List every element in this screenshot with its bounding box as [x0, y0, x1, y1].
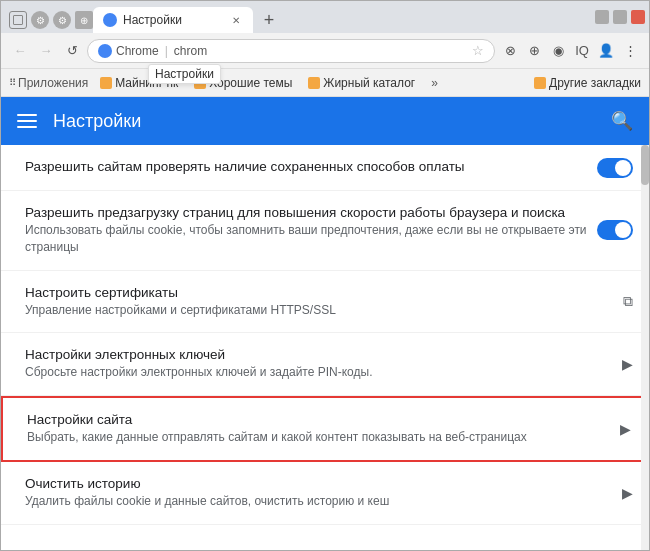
ext-icon: ⊕	[75, 11, 93, 29]
url-actions: ⊗ ⊕ ◉ IQ 👤 ⋮	[499, 40, 641, 62]
other-bookmarks-label: Другие закладки	[549, 76, 641, 90]
settings-item-action-payment	[597, 158, 633, 178]
settings-item-content-site: Настройки сайта Выбрать, какие данные от…	[27, 412, 599, 446]
refresh-button[interactable]: ↺	[61, 40, 83, 62]
history-arrow-icon: ▶	[622, 485, 633, 501]
other-bookmarks[interactable]: Другие закладки	[534, 76, 641, 90]
settings-header: Настройки 🔍	[1, 97, 649, 145]
settings-item-content-history: Очистить историю Удалить файлы cookie и …	[25, 476, 601, 510]
profile-btn[interactable]: 👤	[595, 40, 617, 62]
payment-toggle-knob	[615, 160, 631, 176]
minimize-button[interactable]	[595, 10, 609, 24]
scrollbar-track	[641, 145, 649, 550]
url-tooltip: Настройки	[148, 64, 221, 84]
settings-item-desc-preload: Использовать файлы cookie, чтобы запомни…	[25, 222, 601, 256]
settings-item-content-keys: Настройки электронных ключей Сбросьте на…	[25, 347, 601, 381]
tab-close-button[interactable]: ✕	[229, 13, 243, 27]
settings-item-desc-site: Выбрать, какие данные отправлять сайтам …	[27, 429, 599, 446]
tabs-area: ⚙ ⚙ ⊕ Настройки ✕ +	[1, 1, 591, 33]
settings-item-action-certs: ⧉	[623, 293, 633, 310]
settings-item-content-preload: Разрешить предзагрузку страниц для повыш…	[25, 205, 601, 256]
bookmark-catalog[interactable]: Жирный каталог	[304, 74, 419, 92]
keys-arrow-icon: ▶	[622, 356, 633, 372]
extension1-btn[interactable]: ⊗	[499, 40, 521, 62]
settings-item-title-site: Настройки сайта	[27, 412, 599, 427]
settings-item-title-history: Очистить историю	[25, 476, 601, 491]
settings-item-title-keys: Настройки электронных ключей	[25, 347, 601, 362]
address-bar: ← → ↺ Chrome | chrom Настройки ☆ ⊗ ⊕ ◉ I…	[1, 33, 649, 69]
back-button[interactable]: ←	[9, 40, 31, 62]
settings-item-title-certs: Настроить сертификаты	[25, 285, 601, 300]
settings-item-certs[interactable]: Настроить сертификаты Управление настрой…	[1, 271, 649, 334]
settings-item-desc-history: Удалить файлы cookie и данные сайтов, оч…	[25, 493, 601, 510]
star-icon[interactable]: ☆	[472, 43, 484, 58]
settings-item-title-payment: Разрешить сайтам проверять наличие сохра…	[25, 159, 601, 174]
title-bar: ⚙ ⚙ ⊕ Настройки ✕ +	[1, 1, 649, 33]
active-tab[interactable]: Настройки ✕	[93, 7, 253, 33]
more-bookmarks-button[interactable]: »	[427, 74, 442, 92]
url-favicon	[98, 44, 112, 58]
bookmark-catalog-label: Жирный каталог	[323, 76, 415, 90]
settings-item-keys[interactable]: Настройки электронных ключей Сбросьте на…	[1, 333, 649, 396]
apps-grid-icon: ⠿	[9, 77, 16, 88]
preload-toggle-knob	[615, 222, 631, 238]
maximize-button[interactable]	[613, 10, 627, 24]
gear2-icon: ⚙	[53, 11, 71, 29]
chrome-label: Chrome	[116, 44, 159, 58]
apps-label: Приложения	[18, 76, 88, 90]
preload-toggle[interactable]	[597, 220, 633, 240]
close-button[interactable]	[631, 10, 645, 24]
settings-item-payment[interactable]: Разрешить сайтам проверять наличие сохра…	[1, 145, 649, 191]
menu-btn[interactable]: ⋮	[619, 40, 641, 62]
browser-icon	[9, 11, 27, 29]
new-tab-button[interactable]: +	[255, 7, 283, 33]
settings-item-action-history: ▶	[622, 485, 633, 501]
other-folder-icon	[534, 77, 546, 89]
page-title: Настройки	[53, 111, 595, 132]
settings-item-history[interactable]: Очистить историю Удалить файлы cookie и …	[1, 462, 649, 525]
bookmarks-bar: ⠿ Приложения Майнинг пк Хорошие темы Жир…	[1, 69, 649, 97]
tab-label: Настройки	[123, 13, 182, 27]
settings-content: Разрешить сайтам проверять наличие сохра…	[1, 145, 649, 550]
settings-item-title-preload: Разрешить предзагрузку страниц для повыш…	[25, 205, 601, 220]
payment-toggle[interactable]	[597, 158, 633, 178]
search-button[interactable]: 🔍	[611, 110, 633, 132]
settings-item-action-preload	[597, 220, 633, 240]
settings-item-preload[interactable]: Разрешить предзагрузку страниц для повыш…	[1, 191, 649, 271]
window-controls	[591, 1, 649, 33]
url-separator: |	[165, 44, 168, 58]
settings-item-desc-certs: Управление настройками и сертификатами H…	[25, 302, 601, 319]
bookmark-folder-icon3	[308, 77, 320, 89]
scrollbar-thumb[interactable]	[641, 145, 649, 185]
bookmark-folder-icon	[100, 77, 112, 89]
extension2-btn[interactable]: ⊕	[523, 40, 545, 62]
browser-window: ⚙ ⚙ ⊕ Настройки ✕ + ← → ↺ Chrome | chrom	[0, 0, 650, 551]
url-partial: chrom	[174, 44, 207, 58]
external-link-icon: ⧉	[623, 293, 633, 310]
settings-item-content-certs: Настроить сертификаты Управление настрой…	[25, 285, 601, 319]
apps-icon-group[interactable]: ⠿ Приложения	[9, 76, 88, 90]
gear-icon: ⚙	[31, 11, 49, 29]
url-bar[interactable]: Chrome | chrom Настройки ☆	[87, 39, 495, 63]
extension3-btn[interactable]: ◉	[547, 40, 569, 62]
settings-item-action-keys: ▶	[622, 356, 633, 372]
forward-button[interactable]: →	[35, 40, 57, 62]
settings-item-desc-keys: Сбросьте настройки электронных ключей и …	[25, 364, 601, 381]
settings-item-content-payment: Разрешить сайтам проверять наличие сохра…	[25, 159, 601, 176]
extension4-btn[interactable]: IQ	[571, 40, 593, 62]
settings-item-action-site: ▶	[620, 421, 631, 437]
settings-item-site[interactable]: Настройки сайта Выбрать, какие данные от…	[1, 396, 649, 462]
bookmark-themes-label: Хорошие темы	[209, 76, 292, 90]
site-arrow-icon: ▶	[620, 421, 631, 437]
tab-favicon	[103, 13, 117, 27]
hamburger-menu[interactable]	[17, 114, 37, 128]
